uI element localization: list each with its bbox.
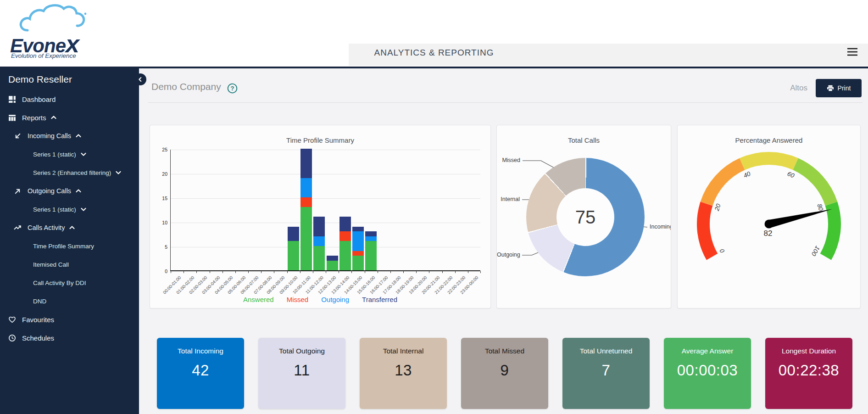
gauge-tick-label: 20 bbox=[713, 203, 722, 212]
x-tick bbox=[223, 271, 223, 273]
sidebar-item-label: Calls Activity bbox=[28, 224, 65, 231]
bar-segment-outgoing bbox=[300, 178, 312, 197]
x-tick bbox=[184, 271, 184, 273]
x-tick bbox=[365, 271, 365, 273]
x-tick bbox=[210, 271, 210, 273]
gauge-needle bbox=[768, 209, 832, 228]
chevron-up-icon bbox=[50, 114, 57, 121]
bar-segment-answered bbox=[365, 241, 377, 270]
bar-segment-transferred bbox=[339, 217, 351, 231]
gauge-tick-label: 80 bbox=[816, 203, 824, 212]
total-calls-card: Total Calls 75 Missed Internal Outgoing … bbox=[496, 125, 671, 308]
sidebar-item-favourites[interactable]: Favourites bbox=[8, 313, 54, 326]
bar-segment-outgoing bbox=[365, 236, 377, 241]
sidebar-item-schedules[interactable]: Schedules bbox=[8, 331, 54, 345]
bar-segment-outgoing bbox=[352, 231, 364, 251]
y-tick-label: 0 bbox=[153, 269, 167, 274]
kpi-value: 42 bbox=[157, 362, 244, 379]
bar-segment-missed bbox=[300, 197, 312, 207]
company-name: Demo Company bbox=[151, 81, 221, 92]
hamburger-menu-icon[interactable] bbox=[846, 46, 859, 58]
bar-segment-transferred bbox=[288, 227, 299, 241]
x-tick bbox=[171, 271, 171, 273]
y-tick-label: 5 bbox=[153, 244, 167, 250]
page-title: ANALYTICS & REPORTING bbox=[0, 48, 868, 58]
x-tick bbox=[261, 271, 262, 273]
sidebar-item-label: DND bbox=[33, 298, 46, 305]
gridline bbox=[171, 247, 480, 247]
gauge-tick-label: 60 bbox=[786, 170, 796, 179]
x-tick bbox=[287, 271, 288, 273]
sidebar-item-outgoing-calls[interactable]: Outgoing Calls bbox=[14, 184, 82, 198]
legend-item-transferred: Transferred bbox=[362, 296, 397, 303]
kpi-label: Total Outgoing bbox=[272, 347, 332, 356]
y-tick-label: 15 bbox=[153, 196, 167, 201]
sidebar-item-label: Itemised Call bbox=[33, 261, 69, 268]
sidebar-item-calls-activity[interactable]: Calls Activity bbox=[14, 221, 75, 235]
bar-segment-transferred bbox=[313, 217, 325, 236]
print-button[interactable]: Print bbox=[816, 79, 862, 97]
gridline bbox=[171, 174, 480, 174]
activity-icon bbox=[14, 224, 22, 232]
donut-center: 75 bbox=[556, 188, 614, 246]
bar-segment-outgoing bbox=[313, 236, 325, 246]
sidebar-collapse-button[interactable] bbox=[134, 73, 146, 85]
sidebar-item-reports[interactable]: Reports bbox=[8, 111, 57, 124]
legend-item-missed: Missed bbox=[287, 296, 309, 303]
toolbar-separator bbox=[148, 102, 862, 103]
sidebar-item-incoming-calls[interactable]: Incoming Calls bbox=[14, 129, 82, 143]
gridline bbox=[171, 223, 480, 223]
gauge-chart: 02040608010082 bbox=[678, 125, 861, 309]
clock-icon bbox=[8, 334, 16, 342]
sidebar-item-label: Series 2 (Enhanced filtering) bbox=[33, 169, 111, 176]
chevron-up-icon bbox=[75, 133, 82, 139]
sidebar-item-label: Series 1 (static) bbox=[33, 206, 76, 213]
kpi-card-total-incoming: Total Incoming42 bbox=[157, 338, 244, 409]
sidebar-item-label: Outgoing Calls bbox=[28, 187, 71, 195]
sidebar-item-series-1-static-[interactable]: Series 1 (static) bbox=[33, 202, 87, 216]
sidebar: Demo Reseller DashboardReportsIncoming C… bbox=[0, 68, 139, 414]
sidebar-item-dnd[interactable]: DND bbox=[33, 294, 46, 308]
sidebar-item-label: Dashboard bbox=[22, 95, 56, 103]
kpi-value: 7 bbox=[562, 362, 650, 379]
kpi-card-average-answer: Average Answer00:00:03 bbox=[664, 338, 751, 409]
kpi-card-total-unreturned: Total Unreturned7 bbox=[562, 338, 650, 409]
reseller-title: Demo Reseller bbox=[8, 74, 72, 85]
total-calls-value: 75 bbox=[575, 207, 596, 228]
sidebar-item-label: Schedules bbox=[22, 334, 54, 342]
bar-chart-title: Time Profile Summary bbox=[150, 136, 490, 144]
sidebar-item-dashboard[interactable]: Dashboard bbox=[8, 92, 56, 106]
x-tick bbox=[313, 271, 313, 273]
time-profile-summary-card: Time Profile Summary 0510152025 00:00-01… bbox=[150, 125, 491, 308]
x-tick bbox=[339, 271, 339, 273]
x-tick bbox=[326, 271, 326, 273]
donut-label-outgoing: Outgoing bbox=[497, 252, 520, 258]
chevron-up-icon bbox=[69, 224, 75, 231]
y-tick-label: 25 bbox=[153, 147, 167, 152]
x-tick bbox=[416, 271, 417, 273]
bar-chart-plot bbox=[170, 150, 480, 271]
sidebar-item-series-1-static-[interactable]: Series 1 (static) bbox=[33, 147, 87, 161]
bar-segment-answered bbox=[327, 261, 338, 270]
heart-icon bbox=[8, 316, 16, 324]
bar-segment-answered bbox=[352, 256, 364, 270]
x-tick bbox=[468, 271, 468, 273]
sidebar-item-label: Incoming Calls bbox=[28, 132, 71, 140]
x-tick bbox=[429, 271, 429, 273]
gauge-hub bbox=[765, 220, 773, 229]
help-icon[interactable]: ? bbox=[227, 83, 238, 94]
printer-icon bbox=[827, 85, 834, 92]
sidebar-item-series-2-enhanced-filtering-[interactable]: Series 2 (Enhanced filtering) bbox=[33, 166, 122, 179]
sidebar-item-time-profile-summary[interactable]: Time Profile Summary bbox=[33, 239, 94, 253]
main-content: Demo Company ? Altos Print Time Profile … bbox=[139, 68, 868, 414]
kpi-cards-row: Total Incoming42Total Outgoing11Total In… bbox=[157, 338, 852, 409]
x-tick bbox=[196, 271, 197, 273]
gauge-title: Percentage Answered bbox=[678, 136, 860, 144]
gridline bbox=[171, 150, 480, 150]
kpi-value: 11 bbox=[258, 362, 345, 379]
kpi-value: 13 bbox=[360, 362, 447, 379]
sidebar-item-call-activity-by-ddi[interactable]: Call Activity By DDI bbox=[33, 276, 86, 290]
sidebar-item-itemised-call[interactable]: Itemised Call bbox=[33, 257, 69, 271]
legend-item-outgoing: Outgoing bbox=[321, 296, 349, 303]
donut-label-internal: Internal bbox=[497, 196, 520, 202]
